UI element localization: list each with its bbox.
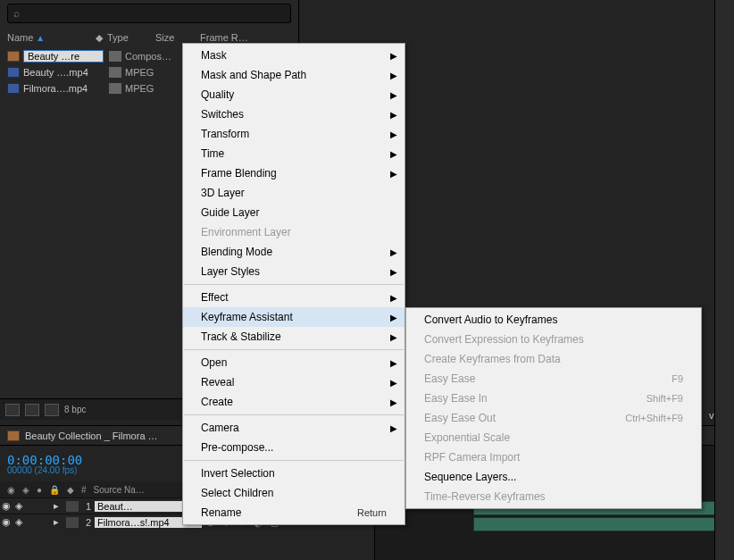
menu-item[interactable]: Invert Selection [183,464,405,483]
menu-item[interactable]: Effect▶ [183,288,405,307]
menu-item-label: Environment Layer [201,226,291,238]
menu-item[interactable]: Pre-compose... [183,438,405,457]
menu-item[interactable]: Camera▶ [183,418,405,438]
submenu-arrow-icon: ▶ [390,130,397,139]
fps-indicator: 00000 (24.00 fps) [7,465,82,475]
menu-item-label: Blending Mode [201,246,272,258]
sort-asc-icon: ▲ [36,33,45,43]
menu-item: Time-Reverse Keyframes [406,487,701,506]
menu-item: RPF Camera Import [406,447,701,467]
menu-item[interactable]: Track & Stabilize▶ [183,327,405,347]
visibility-icon[interactable]: ◉ [0,500,13,512]
menu-item[interactable]: Create▶ [183,392,405,412]
menu-item[interactable]: RenameReturn [183,503,405,522]
menu-item[interactable]: Sequence Layers... [406,467,701,487]
col-size[interactable]: Size [155,32,200,43]
menu-item: Easy Ease OutCtrl+Shift+F9 [406,408,701,428]
menu-item[interactable]: Transform▶ [183,124,405,144]
layer-bar-2[interactable] [473,517,734,531]
twirl-icon[interactable]: ▸ [50,516,63,528]
search-icon: ⌕ [13,7,20,20]
menu-item[interactable]: 3D Layer [183,183,405,203]
search-field[interactable]: ⌕ [7,4,291,23]
audio-icon[interactable]: ◈ [13,500,25,512]
menu-item[interactable]: Reveal▶ [183,372,405,392]
menu-shortcut: F9 [671,373,683,384]
menu-item[interactable]: Select Children [183,483,405,503]
menu-item: Easy Ease InShift+F9 [406,389,701,408]
menu-item-label: RPF Camera Import [424,451,520,464]
menu-item-label: Layer Styles [201,265,260,278]
col-frame-rate[interactable]: Frame R… [200,32,254,43]
video-file-icon [7,67,20,78]
menu-item-label: Track & Stabilize [201,330,281,343]
menu-item-label: Time-Reverse Keyframes [424,490,546,503]
menu-item-label: Pre-compose... [201,441,273,454]
menu-item-label: Reveal [201,376,234,389]
menu-item-label: Rename [201,506,241,519]
layer-index: 1 [82,501,95,512]
menu-item-label: 3D Layer [201,187,245,199]
menu-item[interactable]: Blending Mode▶ [183,242,405,262]
menu-item[interactable]: Keyframe Assistant▶ [183,307,405,327]
menu-item[interactable]: Frame Blending▶ [183,163,405,183]
menu-item: Easy EaseF9 [406,369,701,389]
layer-label[interactable] [66,501,79,512]
menu-item-label: Convert Audio to Keyframes [424,313,557,326]
item-name: Beauty ….mp4 [23,67,104,78]
menu-item[interactable]: Quality▶ [183,85,405,104]
menu-separator [184,414,404,415]
menu-item[interactable]: Switches▶ [183,104,405,124]
menu-item[interactable]: Mask and Shape Path▶ [183,65,405,85]
submenu-arrow-icon: ▶ [390,90,397,100]
menu-shortcut: Shift+F9 [646,393,683,404]
menu-item-label: Convert Expression to Keyframes [424,333,584,346]
menu-item-label: Effect [201,291,228,304]
menu-item[interactable]: Convert Audio to Keyframes [406,310,701,330]
menu-item-label: Sequence Layers... [424,471,516,483]
bpc-indicator[interactable]: 8 bpc [64,405,86,414]
label-swatch[interactable] [109,67,121,78]
menu-item-label: Easy Ease In [424,392,488,405]
menu-item-label: Frame Blending [201,167,277,180]
item-name: Beauty …re [23,50,104,63]
menu-separator [184,349,404,350]
search-input[interactable] [23,7,285,20]
visibility-icon[interactable]: ◉ [0,516,13,528]
menu-item-label: Camera [201,422,239,434]
label-swatch[interactable] [109,51,121,62]
submenu-arrow-icon: ▶ [390,51,397,61]
menu-item-label: Time [201,147,224,160]
menu-item[interactable]: Layer Styles▶ [183,262,405,281]
menu-item[interactable]: Time▶ [183,144,405,163]
col-label-icon[interactable]: ◆ [91,32,107,44]
menu-item-label: Transform [201,128,249,140]
col-type[interactable]: Type [107,32,155,43]
right-strip [714,0,734,560]
menu-item[interactable]: Open▶ [183,353,405,372]
layer-label[interactable] [66,517,79,528]
comp-icon [7,430,20,441]
menu-item-label: Exponential Scale [424,431,510,444]
label-swatch[interactable] [109,83,121,94]
twirl-icon[interactable]: ▸ [50,500,63,512]
submenu-arrow-icon: ▶ [390,293,397,303]
menu-item-label: Create [201,396,233,408]
menu-item[interactable]: Mask▶ [183,46,405,65]
menu-item-label: Mask [201,49,227,62]
menu-shortcut: Return [357,507,387,518]
menu-item-label: Keyframe Assistant [201,311,293,323]
menu-item[interactable]: Guide Layer [183,203,405,222]
new-folder-icon[interactable] [25,404,39,416]
new-comp-icon[interactable] [45,404,59,416]
menu-item-label: Quality [201,88,234,101]
interpret-footage-icon[interactable] [5,404,20,416]
audio-icon[interactable]: ◈ [13,516,25,528]
col-name[interactable]: Name▲ [7,32,91,43]
video-file-icon [7,83,20,94]
menu-item-label: Mask and Shape Path [201,69,306,81]
submenu-arrow-icon: ▶ [390,110,397,120]
submenu-arrow-icon: ▶ [390,313,397,322]
menu-item-label: Open [201,356,227,369]
submenu-arrow-icon: ▶ [390,397,397,407]
